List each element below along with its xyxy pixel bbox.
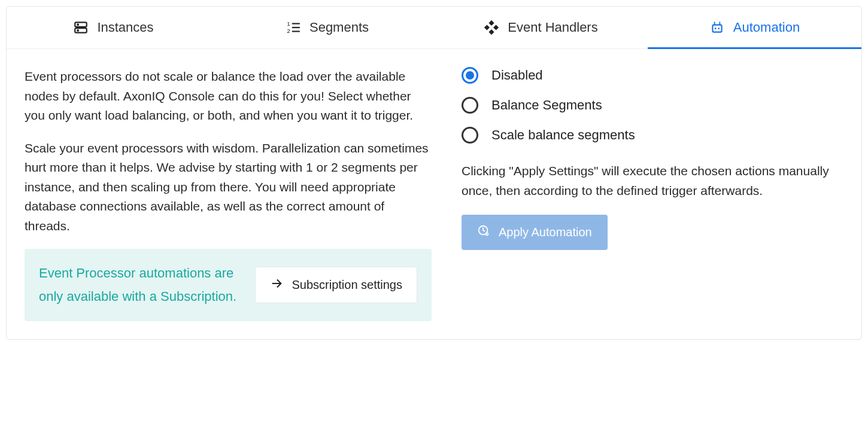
- automation-settings-column: Disabled Balance Segments Scale balance …: [456, 67, 843, 321]
- radio-disabled[interactable]: Disabled: [462, 67, 843, 84]
- button-label: Subscription settings: [292, 278, 402, 292]
- clock-gear-icon: [477, 224, 490, 240]
- tab-label: Instances: [97, 20, 153, 35]
- numbered-list-icon: 1 2: [286, 20, 301, 35]
- radio-balance-segments[interactable]: Balance Segments: [462, 97, 843, 114]
- tab-event-handlers[interactable]: Event Handlers: [434, 7, 648, 48]
- subscription-info-box: Event Processor automations are only ava…: [25, 249, 432, 321]
- svg-text:1: 1: [287, 20, 290, 27]
- svg-rect-11: [493, 25, 499, 30]
- button-label: Apply Automation: [499, 225, 592, 239]
- panel-body: Event processors do not scale or balance…: [7, 49, 861, 339]
- description-column: Event processors do not scale or balance…: [25, 67, 432, 321]
- tab-instances[interactable]: Instances: [7, 7, 220, 48]
- robot-icon: [709, 20, 725, 35]
- svg-point-19: [719, 22, 720, 23]
- tabs-bar: Instances 1 2 Segments: [7, 7, 861, 49]
- description-paragraph-2: Scale your event processors with wisdom.…: [25, 139, 432, 236]
- svg-rect-9: [489, 20, 494, 26]
- radio-label: Scale balance segments: [491, 127, 635, 143]
- radio-icon: [462, 127, 478, 144]
- server-icon: [73, 20, 89, 35]
- svg-point-15: [718, 28, 720, 29]
- svg-rect-10: [484, 25, 490, 30]
- radio-icon: [462, 97, 478, 114]
- svg-point-3: [78, 30, 79, 31]
- radio-scale-balance-segments[interactable]: Scale balance segments: [462, 127, 843, 144]
- svg-rect-13: [712, 25, 721, 32]
- radio-icon: [462, 67, 478, 84]
- svg-point-18: [714, 22, 715, 23]
- apply-automation-button[interactable]: Apply Automation: [462, 215, 608, 250]
- svg-rect-12: [489, 29, 494, 35]
- tab-automation[interactable]: Automation: [648, 7, 861, 48]
- arrow-right-icon: [270, 277, 283, 293]
- svg-point-23: [486, 233, 487, 234]
- tab-label: Automation: [733, 20, 800, 35]
- automation-panel: Instances 1 2 Segments: [6, 6, 862, 340]
- tab-label: Event Handlers: [508, 20, 597, 35]
- tab-label: Segments: [309, 20, 369, 35]
- svg-point-2: [78, 24, 79, 25]
- subscription-settings-button[interactable]: Subscription settings: [255, 267, 417, 303]
- subscription-info-text: Event Processor automations are only ava…: [39, 262, 237, 308]
- radio-label: Disabled: [491, 68, 543, 83]
- svg-text:2: 2: [287, 28, 290, 34]
- description-paragraph-1: Event processors do not scale or balance…: [25, 67, 432, 126]
- radio-label: Balance Segments: [491, 97, 602, 113]
- tab-segments[interactable]: 1 2 Segments: [220, 7, 434, 48]
- components-icon: [484, 20, 499, 35]
- svg-point-14: [715, 28, 717, 29]
- apply-note: Clicking "Apply Settings" will execute t…: [462, 161, 843, 200]
